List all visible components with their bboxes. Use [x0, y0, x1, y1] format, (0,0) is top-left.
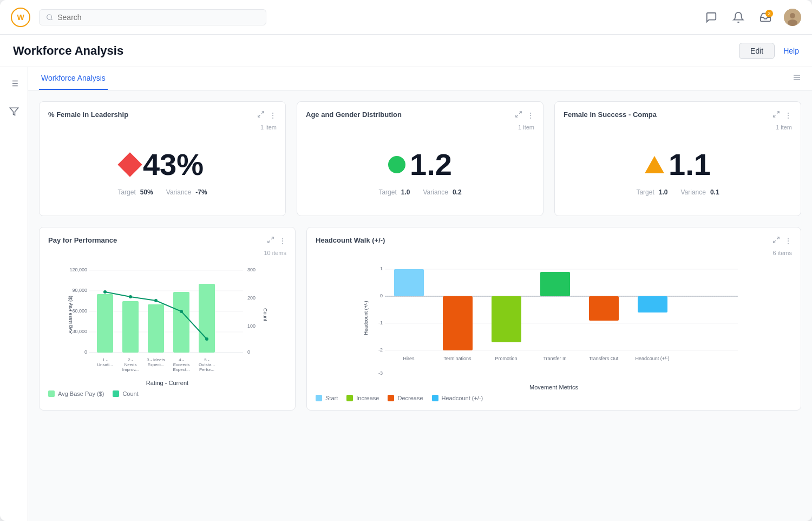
fl-value: 43% — [143, 147, 204, 182]
hcw-item-count: 6 items — [316, 250, 792, 256]
menu-icon — [793, 73, 801, 82]
pay-performance-title: Pay for Performance — [48, 236, 117, 244]
fs-item-count: 1 item — [564, 124, 792, 131]
hcw-legend: Start Increase Decrease — [316, 395, 792, 401]
svg-text:90,000: 90,000 — [72, 288, 87, 293]
chat-icon — [705, 11, 717, 23]
age-gender-card: Age and Gender Distribution ⋮ 1 item — [297, 101, 543, 216]
menu-icon-ag[interactable]: ⋮ — [527, 111, 534, 120]
edit-button[interactable]: Edit — [739, 43, 775, 59]
svg-text:100: 100 — [247, 323, 256, 329]
svg-text:Exceeds: Exceeds — [173, 362, 190, 367]
expand-icon-ag[interactable] — [515, 110, 522, 120]
hcw-x-axis-title: Movement Metrics — [316, 384, 792, 390]
svg-text:30,000: 30,000 — [72, 329, 87, 334]
svg-text:Expect...: Expect... — [147, 362, 164, 367]
age-gender-metric: 1.2 Target 1.0 Variance 0.2 — [306, 131, 534, 207]
expand-icon-fl[interactable] — [257, 110, 265, 120]
user-avatar[interactable] — [784, 9, 801, 26]
expand-icon-fs[interactable] — [772, 110, 780, 120]
svg-text:Transfer In: Transfer In — [543, 356, 566, 361]
pay-performance-card: Pay for Performance ⋮ 10 items — [39, 227, 296, 411]
female-success-title: Female in Success - Compa — [564, 110, 657, 119]
svg-text:Hires: Hires — [403, 356, 415, 361]
svg-text:2 -: 2 - — [128, 357, 133, 362]
svg-text:5 -: 5 - — [204, 357, 209, 362]
tab-workforce-analysis[interactable]: Workforce Analysis — [39, 67, 108, 90]
search-input[interactable] — [57, 13, 259, 22]
svg-rect-69 — [638, 296, 667, 312]
svg-point-37 — [154, 299, 158, 302]
bell-button[interactable] — [730, 9, 747, 26]
svg-text:0: 0 — [380, 293, 383, 298]
bell-icon — [732, 11, 744, 23]
svg-rect-64 — [394, 269, 424, 296]
svg-text:Headcount (+/-): Headcount (+/-) — [363, 301, 369, 335]
filter-icon — [9, 107, 19, 116]
sidebar-filter-icon[interactable] — [4, 102, 24, 121]
app-logo[interactable]: W — [11, 8, 30, 27]
svg-text:3 - Meets: 3 - Meets — [147, 357, 165, 362]
svg-point-3 — [788, 19, 797, 26]
svg-text:200: 200 — [247, 295, 256, 301]
ag-value: 1.2 — [410, 147, 452, 182]
svg-rect-30 — [97, 294, 113, 353]
female-leadership-card: % Female in Leadership ⋮ 1 item — [39, 101, 286, 216]
page-title: Workforce Analysis — [13, 44, 739, 58]
svg-point-0 — [47, 15, 52, 19]
svg-text:4 -: 4 - — [179, 357, 184, 362]
female-success-card: Female in Success - Compa ⋮ 1 item — [554, 101, 801, 216]
svg-text:Expect...: Expect... — [173, 367, 189, 372]
search-icon — [46, 14, 53, 21]
svg-text:-2: -2 — [378, 347, 383, 353]
svg-rect-34 — [199, 284, 215, 353]
svg-text:Count: Count — [263, 308, 268, 322]
svg-text:300: 300 — [247, 267, 256, 272]
svg-text:Avg Base Pay ($): Avg Base Pay ($) — [68, 296, 73, 334]
list-icon — [9, 79, 19, 88]
inbox-button[interactable]: 3 — [757, 9, 774, 26]
search-bar[interactable] — [39, 9, 266, 25]
svg-point-36 — [129, 295, 132, 298]
expand-icon-pp[interactable] — [267, 236, 274, 245]
svg-text:0: 0 — [84, 349, 87, 355]
svg-rect-33 — [173, 292, 189, 353]
svg-text:Outsta...: Outsta... — [199, 362, 215, 367]
triangle-icon — [645, 156, 664, 173]
svg-text:0: 0 — [247, 349, 250, 355]
circle-icon — [388, 156, 405, 173]
female-success-metric: 1.1 Target 1.0 Variance 0.1 — [564, 131, 792, 207]
svg-rect-67 — [540, 272, 570, 296]
svg-text:Perfor...: Perfor... — [199, 367, 214, 372]
svg-rect-68 — [589, 296, 619, 321]
svg-rect-66 — [492, 296, 521, 342]
sidebar-list-icon[interactable] — [4, 74, 24, 93]
diamond-icon — [117, 152, 142, 177]
menu-icon-hcw[interactable]: ⋮ — [784, 237, 792, 245]
headcount-walk-chart: Headcount (+/-) 1 0 -1 -2 -3 — [316, 258, 792, 383]
svg-text:Unsati...: Unsati... — [97, 362, 113, 367]
inbox-badge: 3 — [765, 10, 773, 17]
fs-value: 1.1 — [669, 147, 711, 182]
pay-performance-chart: 120,000 90,000 60,000 30,000 0 300 200 1… — [48, 260, 286, 380]
ag-item-count: 1 item — [306, 124, 534, 131]
svg-text:120,000: 120,000 — [69, 267, 87, 272]
svg-text:1 -: 1 - — [102, 357, 108, 362]
svg-rect-65 — [443, 296, 473, 350]
chat-button[interactable] — [703, 9, 720, 26]
help-link[interactable]: Help — [783, 47, 799, 55]
tab-menu-icon[interactable] — [793, 73, 801, 84]
svg-text:Headcount (+/-): Headcount (+/-) — [636, 356, 670, 361]
menu-icon-pp[interactable]: ⋮ — [279, 237, 286, 245]
menu-icon-fl[interactable]: ⋮ — [269, 111, 277, 120]
svg-rect-31 — [122, 301, 139, 353]
menu-icon-fs[interactable]: ⋮ — [784, 111, 792, 120]
svg-point-2 — [790, 13, 795, 18]
svg-text:-1: -1 — [378, 320, 383, 325]
female-leadership-title: % Female in Leadership — [48, 110, 128, 119]
pp-legend: Avg Base Pay ($) Count — [48, 390, 286, 397]
expand-icon-hcw[interactable] — [772, 236, 780, 245]
pp-x-axis-title: Rating - Current — [48, 380, 286, 386]
svg-text:Promotion: Promotion — [495, 356, 517, 361]
svg-rect-32 — [148, 304, 164, 353]
